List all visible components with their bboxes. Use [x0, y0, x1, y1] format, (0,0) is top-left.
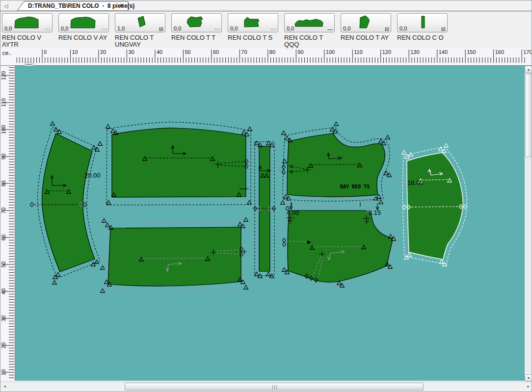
piece-quantity: 0,0	[399, 26, 407, 31]
svg-text:30: 30	[128, 49, 134, 55]
svg-text:10: 10	[0, 369, 6, 375]
scroll-right-icon[interactable]: ▸	[524, 383, 532, 391]
document-tab[interactable]: D:TRANG_TB\REN COLO - 8 piece(s)	[28, 2, 134, 9]
plotter-icon: ⊟	[441, 26, 446, 32]
svg-text:50: 50	[0, 261, 6, 267]
svg-text:40: 40	[0, 288, 6, 294]
svg-text:110: 110	[354, 49, 363, 55]
svg-text:100: 100	[326, 49, 335, 55]
piece-thumbnail-4[interactable]: 0,0 ⋯ REN COLO T T	[171, 13, 226, 41]
piece-preview[interactable]: 0,0 ⋯	[228, 13, 278, 32]
measure-label: 20.00	[84, 172, 101, 179]
piece-preview[interactable]: 0,0 ⋯	[2, 13, 53, 32]
piece-quantity: 0,0	[174, 26, 181, 31]
svg-text:80: 80	[0, 181, 6, 186]
piece-bottom-right-bodice[interactable]: 4.00 3.15	[282, 203, 397, 287]
tab-bar: ◁ D:TRANG_TB\REN COLO - 8 piece(s) ✕	[0, 0, 532, 11]
piece-left-curved-band[interactable]: 20.00	[30, 121, 105, 284]
pattern-canvas[interactable]: 20.00	[15, 66, 525, 381]
piece-silhouette	[349, 15, 383, 30]
vertical-scrollbar[interactable]: ▴ ▾	[525, 66, 532, 382]
scroll-grip	[272, 385, 277, 390]
svg-text:10: 10	[72, 49, 78, 55]
dashes-icon: ⋯	[102, 26, 107, 32]
svg-text:160: 160	[495, 49, 504, 55]
piece-preview[interactable]: 0,0 ⋯	[171, 13, 222, 32]
svg-text:150: 150	[467, 49, 476, 55]
svg-text:90: 90	[0, 154, 6, 159]
svg-text:120: 120	[382, 49, 391, 55]
piece-quantity: 0,0	[287, 26, 294, 31]
piece-quantity: 1,0	[117, 26, 125, 31]
svg-text:60: 60	[0, 235, 6, 240]
svg-text:60: 60	[213, 49, 219, 55]
tab-scroll-left-icon[interactable]: ◁	[2, 2, 9, 10]
piece-name: REN COLO T QQQ	[284, 34, 337, 48]
piece-silhouette	[10, 15, 45, 30]
piece-thumbnail-8[interactable]: 0,0 ⊟ REN COLO C O	[397, 13, 452, 41]
svg-text:0: 0	[44, 49, 47, 55]
plotter-icon: ⊟	[159, 26, 163, 32]
horizontal-scroll-thumb[interactable]	[125, 383, 424, 391]
piece-thumbnail-6[interactable]: 0,0 — REN COLO T QQQ	[284, 13, 339, 48]
piece-quantity: 0,0	[4, 26, 12, 31]
piece-thumbnail-2[interactable]: 0,0 ⋯ REN COLO V AY	[58, 13, 113, 41]
vertical-ruler: 120110100908070605040302010	[0, 66, 15, 381]
scroll-down-icon[interactable]: ▾	[525, 374, 532, 382]
svg-text:100: 100	[0, 125, 6, 134]
piece-name: REN COLO T T	[171, 34, 224, 41]
pattern-cad-window: { "window": { "back_icon": "left-arrow",…	[0, 0, 532, 392]
piece-preview[interactable]: 0,0 ⊟	[341, 13, 391, 32]
svg-text:70: 70	[241, 49, 247, 55]
piece-name: REN COLO T UNGVAY	[115, 34, 168, 48]
piece-preview[interactable]: 0,0 ⋯	[58, 13, 109, 32]
piece-selected-side-panel[interactable]: 16.00	[402, 143, 467, 266]
svg-text:170: 170	[523, 49, 532, 55]
piece-preview[interactable]: 0,0 ⊟	[397, 13, 448, 32]
piece-name: REN COLO V AY	[58, 34, 111, 41]
scroll-up-icon[interactable]: ▴	[525, 66, 532, 73]
svg-text:50: 50	[185, 49, 190, 55]
piece-name: REN COLO T S	[228, 34, 281, 41]
pattern-pieces-layer[interactable]: 20.00	[15, 66, 525, 381]
horizontal-scrollbar[interactable]: ◂ ▸	[0, 382, 532, 392]
svg-text:20: 20	[100, 49, 106, 55]
svg-text:140: 140	[439, 49, 448, 55]
horizontal-ruler: cm.0102030405060708090100110120130140150…	[0, 48, 532, 66]
piece-top-right-bodice[interactable]: DAY REO TS	[279, 122, 391, 207]
scroll-left-icon[interactable]: ◂	[0, 383, 9, 391]
tab-close-icon[interactable]: ✕	[120, 2, 124, 9]
piece-name: REN COLO T AY	[341, 34, 394, 41]
vertical-scroll-thumb[interactable]	[525, 74, 532, 157]
measure-label: 3.15	[369, 209, 381, 216]
piece-thumbnail-7[interactable]: 0,0 ⊟ REN COLO T AY	[341, 13, 396, 41]
piece-quantity: 0,0	[61, 26, 68, 31]
piece-preview[interactable]: 0,0 —	[284, 13, 335, 32]
piece-silhouette	[405, 15, 440, 30]
svg-text:120: 120	[0, 71, 6, 80]
piece-quantity: 0,0	[343, 26, 350, 31]
piece-silhouette	[236, 15, 270, 30]
piece-silhouette	[293, 15, 327, 30]
dashes-icon: ⋯	[45, 26, 51, 32]
piece-thumbnail-5[interactable]: 0,0 ⋯ REN COLO T S	[228, 13, 283, 41]
dashes-icon: ⋯	[271, 26, 276, 32]
piece-top-center-panel[interactable]	[106, 122, 252, 205]
plotter-icon: ⊟	[385, 26, 389, 32]
piece-bottom-left-panel[interactable]	[101, 217, 248, 292]
piece-quantity: 0,0	[230, 26, 238, 31]
svg-text:20: 20	[0, 342, 6, 348]
measure-label: 4.00	[287, 209, 299, 216]
piece-silhouette	[67, 15, 101, 30]
dashes-icon: ⋯	[214, 26, 220, 32]
piece-thumbnail-1[interactable]: 0,0 ⋯ REN COLO V AYTR	[2, 13, 57, 48]
svg-text:70: 70	[0, 208, 6, 213]
piece-thumbnail-3[interactable]: 1,0 ⊟ REN COLO T UNGVAY	[115, 13, 170, 48]
piece-narrow-strip[interactable]	[253, 141, 275, 278]
svg-text:40: 40	[157, 49, 162, 55]
piece-preview[interactable]: 1,0 ⊟	[115, 13, 165, 32]
svg-text:cm.: cm.	[2, 50, 12, 56]
svg-text:80: 80	[269, 49, 275, 55]
piece-thumbnail-strip: 0,0 ⋯ REN COLO V AYTR 0,0 ⋯ REN COLO V A…	[0, 11, 532, 48]
piece-name: REN COLO V AYTR	[2, 34, 55, 48]
